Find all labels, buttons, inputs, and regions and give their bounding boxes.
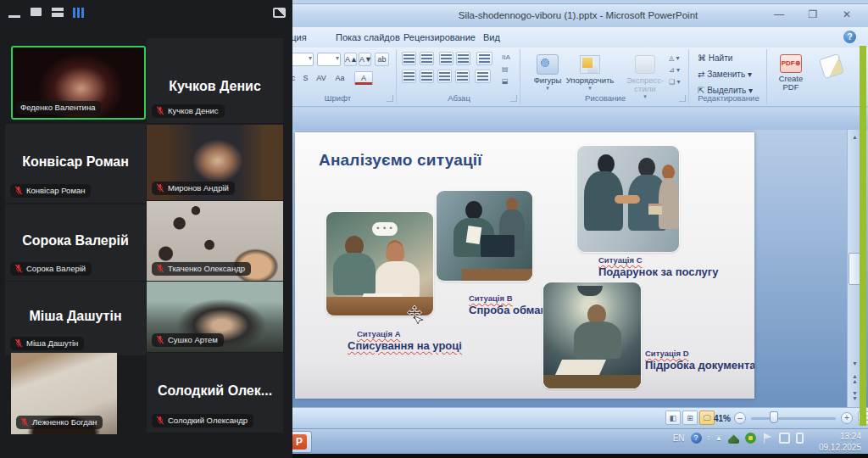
tab-review[interactable]: Рецензирование xyxy=(397,30,482,47)
title-bar[interactable]: Sila-shodennogo-viboru (1).pptx - Micros… xyxy=(280,3,868,27)
shape-effects-button[interactable]: ❏ ▾ xyxy=(666,75,685,87)
shrink-font-button[interactable]: A▼ xyxy=(359,53,371,66)
situation-b-caption: Спроба обману xyxy=(469,304,554,316)
clock-time: 13:24 xyxy=(819,431,861,442)
shape-fill-button[interactable]: ◬ ▾ xyxy=(666,52,685,64)
participant-tile-soroka[interactable]: Сорока Валерій Сорока Валерій xyxy=(5,204,146,281)
mic-muted-icon xyxy=(156,264,164,273)
align-left-button[interactable] xyxy=(402,70,416,83)
slideshow-button[interactable]: 🖵 xyxy=(699,411,715,425)
participant-name: Кучков Денис xyxy=(147,79,283,94)
paragraph-dialog-launcher[interactable] xyxy=(510,95,517,102)
participant-tile-fedenko[interactable]: Феденко Валентина xyxy=(11,46,146,120)
tab-view[interactable]: Вид xyxy=(476,30,507,47)
close-button[interactable]: ✕ xyxy=(836,9,858,22)
minimize-meeting-icon[interactable] xyxy=(8,8,20,18)
participant-tile-konvisar[interactable]: Конвісар Роман Конвісар Роман xyxy=(5,124,146,203)
illustration-document-forgery[interactable] xyxy=(543,282,641,388)
tray-mini-icon[interactable]: ⁝ xyxy=(708,434,710,442)
participant-nametag: Лежненко Богдан xyxy=(16,416,103,429)
replace-button[interactable]: ⇄ Заменить ▾ xyxy=(698,70,752,79)
numbering-button[interactable] xyxy=(420,52,434,65)
situation-d-caption: Підробка документа xyxy=(645,359,754,371)
antivirus-tray-icon[interactable] xyxy=(745,433,756,444)
create-pdf-group: PDF⊕ CreatePDF xyxy=(769,49,854,104)
illustration-cheating-in-class[interactable]: • • • xyxy=(326,212,433,316)
participant-name: Ткаченко Олександр xyxy=(168,264,245,273)
participant-name: Лежненко Богдан xyxy=(32,417,97,427)
increase-indent-button[interactable] xyxy=(456,52,470,65)
line-spacing-button[interactable] xyxy=(476,52,492,65)
speaker-view-icon[interactable] xyxy=(52,8,64,17)
language-indicator[interactable]: EN xyxy=(673,433,685,443)
slide-canvas[interactable]: Аналізуємо ситуації • • • Ситуація А Спи… xyxy=(295,132,754,399)
action-center-flag-icon[interactable] xyxy=(762,433,773,444)
network-icon[interactable] xyxy=(779,433,790,444)
find-button[interactable]: ⌘ Найти xyxy=(698,53,732,63)
power-icon[interactable] xyxy=(796,433,804,444)
text-shadow-button[interactable]: S xyxy=(300,71,311,85)
participant-tile-solodkyi[interactable]: Солодкий Олек... Солодкий Олександр xyxy=(147,353,283,433)
arrange-icon xyxy=(580,55,600,74)
minimize-button[interactable]: — xyxy=(768,9,790,22)
clear-formatting-button[interactable]: ab xyxy=(375,53,389,66)
justify-button[interactable] xyxy=(455,70,470,83)
layout-icon[interactable] xyxy=(273,8,286,18)
change-case-button[interactable]: Aa xyxy=(332,71,348,85)
smartart-convert-button[interactable]: ⬓ xyxy=(499,75,518,87)
text-direction-button[interactable]: IIA xyxy=(499,51,518,63)
zoom-in-button[interactable]: + xyxy=(841,412,853,424)
participant-tile-lezhnenko[interactable]: Лежненко Богдан xyxy=(11,353,117,434)
font-dialog-launcher[interactable] xyxy=(387,95,393,102)
clock-date: 09.12.2025 xyxy=(819,442,861,453)
participant-name: Міша Дашутін xyxy=(26,338,78,348)
tray-app-icon[interactable] xyxy=(728,433,739,444)
decrease-indent-button[interactable] xyxy=(439,52,453,65)
mic-muted-icon xyxy=(156,106,164,115)
maximize-meeting-icon[interactable] xyxy=(31,8,42,16)
drawing-dialog-launcher[interactable] xyxy=(679,95,686,102)
restore-button[interactable]: ❐ xyxy=(802,9,824,22)
pdf-stamp-button[interactable] xyxy=(815,53,849,105)
participant-tile-tkachenko[interactable]: Ткаченко Олександр xyxy=(147,201,283,281)
illustration-deception-attempt[interactable] xyxy=(437,191,532,281)
zoom-out-button[interactable]: – xyxy=(734,412,746,424)
participant-tile-sushko[interactable]: Сушко Артем xyxy=(147,282,283,352)
character-spacing-button[interactable]: AV xyxy=(314,71,329,85)
pen-seal-icon xyxy=(819,53,844,79)
gallery-view-icon[interactable] xyxy=(73,8,84,18)
font-group: A▲ A▼ ab abc S AV Aa A Шрифт xyxy=(280,49,397,104)
participant-name: Конвісар Роман xyxy=(5,154,146,170)
powerpoint-window: Sila-shodennogo-viboru (1).pptx - Micros… xyxy=(280,0,868,458)
paragraph-group: IIA ▤ ⬓ Абзац xyxy=(398,49,520,104)
help-icon[interactable]: ? xyxy=(843,31,856,43)
bullets-button[interactable] xyxy=(402,52,416,65)
create-pdf-button[interactable]: PDF⊕ CreatePDF xyxy=(771,53,811,105)
drawing-mini-column: ◬ ▾ ⊿ ▾ ❏ ▾ xyxy=(666,52,685,87)
help-tray-icon[interactable]: ? xyxy=(691,433,702,444)
participant-tile-dashutin[interactable]: Міша Дашутін Міша Дашутін xyxy=(5,282,146,355)
font-size-select[interactable] xyxy=(317,53,341,66)
show-hidden-icons[interactable]: ▲ xyxy=(715,434,722,442)
participant-nametag: Міша Дашутін xyxy=(10,337,84,350)
columns-button[interactable] xyxy=(475,70,491,83)
zoom-level[interactable]: 41% xyxy=(714,414,731,423)
tab-slideshow[interactable]: Показ слайдов xyxy=(329,30,407,47)
grow-font-button[interactable]: A▲ xyxy=(344,53,357,66)
normal-view-button[interactable]: ◧ xyxy=(665,411,681,425)
participant-tile-myronov[interactable]: Миронов Андрій xyxy=(147,125,283,200)
meeting-toolbar xyxy=(0,0,292,24)
illustration-gift-for-favor[interactable] xyxy=(577,146,679,252)
align-center-button[interactable] xyxy=(420,70,434,83)
participant-tile-kuchkov[interactable]: Кучков Денис Кучков Денис xyxy=(147,38,283,123)
zoom-slider-track[interactable] xyxy=(751,417,836,420)
zoom-slider-knob[interactable] xyxy=(770,411,778,423)
slide-sorter-button[interactable]: ⊞ xyxy=(682,411,698,425)
align-text-button[interactable]: ▤ xyxy=(499,63,518,75)
taskbar-clock[interactable]: 13:24 09.12.2025 xyxy=(819,431,861,453)
shape-outline-button[interactable]: ⊿ ▾ xyxy=(666,64,685,75)
situation-d-label: Ситуація D xyxy=(645,349,689,358)
font-color-button[interactable]: A xyxy=(354,71,373,85)
align-right-button[interactable] xyxy=(437,70,452,83)
ribbon-tab-row: Анимация Показ слайдов Рецензирование Ви… xyxy=(280,27,868,47)
